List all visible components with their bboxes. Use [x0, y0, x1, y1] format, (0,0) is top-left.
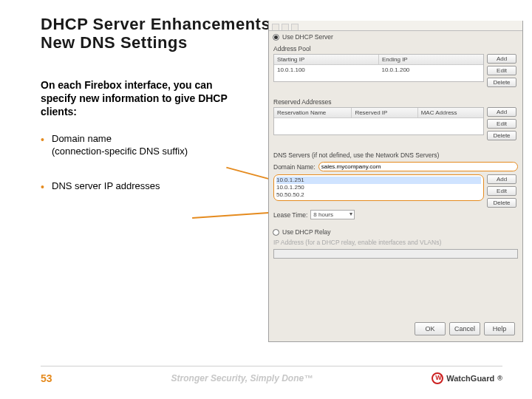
radio-on-icon	[273, 34, 279, 41]
delete-button[interactable]: Delete	[487, 131, 516, 140]
edit-button[interactable]: Edit	[487, 66, 516, 75]
dns-section-label: DNS Servers (if not defined, use the Net…	[269, 149, 522, 160]
help-button[interactable]: Help	[484, 322, 515, 335]
col-header: Reserved IP	[352, 108, 417, 117]
dhcp-panel: Use DHCP Server Address Pool Starting IP…	[268, 21, 523, 342]
panel-tabs	[269, 21, 522, 31]
col-header: Ending IP	[379, 55, 483, 64]
registered-mark: ®	[497, 375, 502, 382]
list-item[interactable]: 50.50.50.2	[276, 191, 481, 199]
bullet-item: DNS server IP addresses	[41, 180, 248, 193]
col-header: Reservation Name	[274, 108, 352, 117]
brand-logo: WatchGuard®	[432, 372, 502, 384]
relay-ip-label: IP Address (for a DHCP relay, enable int…	[273, 239, 441, 246]
bullet-item: Domain name (connection-specific DNS suf…	[41, 133, 248, 158]
lease-time-field: Lease Time: 8 hours	[269, 208, 522, 221]
page-number: 53	[41, 372, 52, 384]
bullet-main: DNS server IP addresses	[52, 180, 160, 191]
ok-button[interactable]: OK	[415, 322, 446, 335]
list-item[interactable]: 10.0.1.251	[276, 177, 481, 184]
relay-ip-input	[273, 249, 518, 259]
radio-label: Use DHCP Relay	[282, 228, 331, 236]
footer: 53 Stronger Security, Simply Done™ Watch…	[0, 366, 532, 384]
brand-name: WatchGuard	[446, 374, 494, 383]
radio-off-icon	[273, 229, 279, 236]
add-button[interactable]: Add	[487, 174, 516, 184]
lease-time-label: Lease Time:	[273, 211, 307, 219]
domain-name-input[interactable]	[318, 162, 518, 171]
slide: DHCP Server Enhancements New DNS Setting…	[0, 0, 532, 399]
footer-divider	[41, 366, 502, 366]
col-header: Starting IP	[274, 55, 379, 64]
logo-icon	[432, 372, 443, 384]
table-row[interactable]: 10.0.1.100 10.0.1.200	[274, 65, 483, 75]
cell: 10.0.1.200	[379, 65, 484, 75]
address-pool-table: Starting IP Ending IP 10.0.1.100 10.0.1.…	[273, 54, 484, 82]
col-header: MAC Address	[418, 108, 483, 117]
delete-button[interactable]: Delete	[487, 78, 516, 87]
dns-server-list[interactable]: 10.0.1.251 10.0.1.250 50.50.50.2	[273, 174, 484, 201]
relay-ip-field: IP Address (for a DHCP relay, enable int…	[269, 237, 522, 248]
tagline: Stronger Security, Simply Done™	[171, 373, 313, 383]
cancel-button[interactable]: Cancel	[449, 322, 480, 335]
edit-button[interactable]: Edit	[487, 119, 516, 129]
list-item[interactable]: 10.0.1.250	[276, 184, 481, 191]
use-dhcp-relay-radio[interactable]: Use DHCP Relay	[269, 227, 522, 237]
radio-label: Use DHCP Server	[282, 33, 333, 41]
cell: 10.0.1.100	[274, 65, 379, 75]
callout-arrow	[192, 211, 279, 219]
bullet-main: Domain name	[52, 133, 112, 144]
reserved-table: Reservation Name Reserved IP MAC Address	[273, 107, 484, 135]
domain-name-field: Domain Name:	[269, 160, 522, 173]
reserved-label: Reserved Addresses	[269, 95, 522, 107]
relay-ip-input-row	[269, 248, 522, 260]
intro-text: On each Firebox interface, you can speci…	[41, 78, 233, 119]
dialog-buttons: OK Cancel Help	[415, 322, 515, 335]
address-pool-label: Address Pool	[269, 42, 522, 54]
use-dhcp-server-radio[interactable]: Use DHCP Server	[269, 32, 522, 42]
add-button[interactable]: Add	[487, 54, 516, 64]
lease-time-select[interactable]: 8 hours	[310, 210, 355, 219]
delete-button[interactable]: Delete	[487, 198, 516, 208]
add-button[interactable]: Add	[487, 107, 516, 117]
bullet-sub: (connection-specific DNS suffix)	[52, 146, 248, 158]
domain-name-label: Domain Name:	[273, 163, 316, 171]
edit-button[interactable]: Edit	[487, 186, 516, 196]
